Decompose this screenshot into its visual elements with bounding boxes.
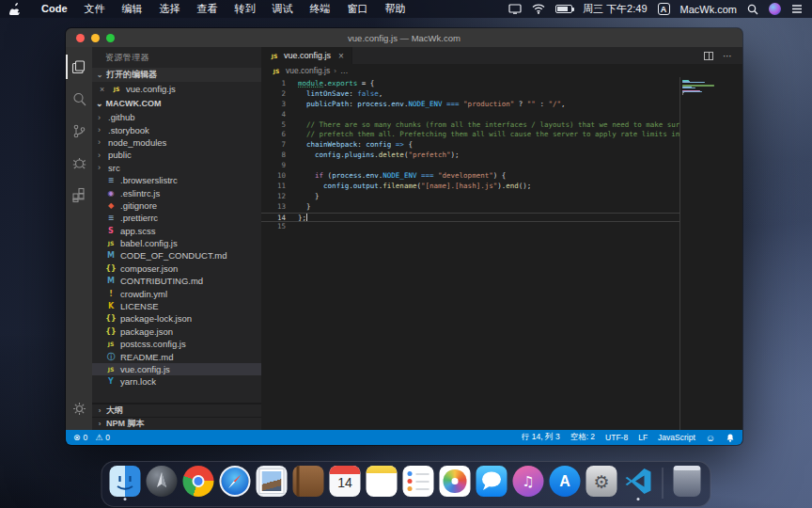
menu-item-5[interactable]: 转到 (226, 3, 264, 14)
spacer (417, 498, 420, 500)
tree-item--browserslistrc[interactable]: ≡.browserslistrc (92, 174, 261, 186)
dock-settings[interactable]: ⚙ (586, 466, 617, 500)
menu-item-4[interactable]: 查看 (189, 3, 226, 14)
status-item-3[interactable]: LF (638, 433, 648, 442)
dock-appstore[interactable]: A (550, 466, 581, 500)
breadcrumb-more[interactable]: … (340, 66, 349, 75)
tree-item--prettierrc[interactable]: ≡.prettierrc (92, 212, 261, 224)
project-root-section[interactable]: ⌄ MACWK.COM (92, 96, 261, 111)
spacer (344, 498, 347, 500)
tree-item-code-of-conduct-md[interactable]: MCODE_OF_CONDUCT.md (92, 249, 261, 262)
activity-extensions-icon[interactable] (66, 179, 92, 211)
window-title-bar[interactable]: vue.config.js — MacWk.com (66, 28, 742, 47)
menu-item-3[interactable]: 选择 (151, 3, 189, 14)
code-text: module.exports = { (286, 79, 374, 89)
dock-vscode[interactable] (623, 466, 654, 500)
activity-debug-icon[interactable] (66, 147, 92, 179)
tree-item--github[interactable]: ›.github (92, 111, 261, 123)
spotlight-search-icon[interactable] (747, 4, 758, 15)
status-item-4[interactable]: JavaScript (658, 433, 695, 442)
dock-launchpad[interactable] (147, 466, 178, 500)
activity-explorer-icon[interactable] (66, 51, 92, 83)
activity-source-control-icon[interactable] (66, 115, 92, 147)
tree-item--storybook[interactable]: ›.storybook (92, 123, 261, 135)
more-actions-icon[interactable]: ⋯ (723, 51, 733, 61)
tree-item--gitignore[interactable]: ◆.gitignore (92, 199, 261, 212)
code-line: 5 // There are so many chunks (from all … (261, 120, 679, 131)
minimap[interactable] (679, 77, 742, 430)
tree-item-yarn-lock[interactable]: Yyarn.lock (92, 375, 261, 388)
tree-item--eslintrc-js[interactable]: ◉.eslintrc.js (92, 186, 261, 198)
tree-item-package-lock-json[interactable]: {}package-lock.json (92, 312, 261, 325)
tree-item-src[interactable]: ›src (92, 162, 261, 174)
feedback-smiley-icon[interactable]: ☺ (706, 433, 715, 443)
status-item-0[interactable]: 行 14, 列 3 (522, 432, 560, 443)
tree-item-license[interactable]: KLICENSE (92, 300, 261, 312)
status-item-2[interactable]: UTF-8 (605, 433, 628, 442)
tree-item-contributing-md[interactable]: MCONTRIBUTING.md (92, 275, 261, 287)
spacer (527, 498, 530, 500)
dock-contacts[interactable] (293, 466, 324, 500)
dock-chrome[interactable] (183, 466, 214, 500)
settings-gear-icon[interactable] (66, 392, 92, 424)
split-editor-icon[interactable] (704, 52, 713, 60)
tree-item-label: CONTRIBUTING.md (120, 276, 203, 286)
input-source-icon[interactable]: A (658, 3, 670, 15)
dock-notes[interactable] (367, 466, 398, 500)
npm-scripts-section[interactable]: › NPM 脚本 (92, 417, 261, 430)
menu-item-6[interactable]: 调试 (264, 3, 302, 14)
open-editor-item[interactable]: × JS vue.config.js (92, 82, 261, 96)
breadcrumb[interactable]: JS vue.config.js › … (261, 64, 742, 77)
close-window-button[interactable] (76, 34, 85, 42)
dock-messages[interactable] (476, 466, 508, 500)
tree-item-crowdin-yml[interactable]: !crowdin.yml (92, 287, 261, 299)
tree-item-node-modules[interactable]: ›node_modules (92, 136, 261, 149)
notifications-bell-icon[interactable] (726, 433, 735, 443)
dock-safari[interactable] (220, 466, 251, 500)
activity-search-icon[interactable] (66, 83, 92, 115)
dock-mail[interactable] (257, 466, 288, 500)
tree-item-package-json[interactable]: {}package.json (92, 325, 261, 338)
dock-calendar[interactable]: 14 (330, 466, 361, 500)
menu-item-8[interactable]: 窗口 (339, 3, 377, 14)
menu-item-1[interactable]: 文件 (76, 3, 114, 14)
status-item-1[interactable]: 空格: 2 (570, 432, 595, 443)
status-errors[interactable]: ⊗0 (73, 433, 87, 442)
open-editors-section[interactable]: ⌄ 打开的编辑器 (92, 68, 261, 82)
close-tab-icon[interactable]: × (338, 51, 344, 61)
outline-section[interactable]: › 大纲 (92, 404, 261, 417)
display-icon[interactable] (508, 4, 522, 14)
dock-finder[interactable] (110, 466, 141, 500)
notification-center-icon[interactable] (791, 4, 803, 14)
menu-item-7[interactable]: 终端 (302, 3, 339, 14)
tree-item-label: README.md (120, 352, 173, 362)
dock-itunes[interactable]: ♫ (513, 466, 544, 500)
breadcrumb-file[interactable]: vue.config.js (286, 66, 330, 75)
battery-icon[interactable] (555, 5, 572, 13)
menu-item-app[interactable]: Code (33, 3, 76, 14)
menu-item-2[interactable]: 编辑 (114, 3, 151, 14)
menu-item-9[interactable]: 帮助 (377, 3, 414, 14)
tree-item-label: composer.json (120, 263, 178, 274)
tree-item-readme-md[interactable]: ⓘREADME.md (92, 350, 261, 362)
tree-item-public[interactable]: ›public (92, 149, 261, 161)
tree-item-babel-config-js[interactable]: JSbabel.config.js (92, 237, 261, 249)
dock-trash[interactable] (672, 466, 703, 500)
dock-photos[interactable] (440, 466, 471, 500)
minimize-window-button[interactable] (91, 34, 100, 42)
wifi-icon[interactable] (532, 4, 545, 14)
apple-menu-icon[interactable] (9, 3, 20, 15)
siri-icon[interactable] (769, 3, 781, 15)
tree-item-vue-config-js[interactable]: JSvue.config.js (92, 363, 261, 375)
tree-item-postcss-config-js[interactable]: JSpostcss.config.js (92, 338, 261, 350)
tree-item-app-scss[interactable]: Sapp.scss (92, 225, 261, 237)
code-editor[interactable]: 1module.exports = {2 lintOnSave: false,3… (261, 77, 742, 430)
menu-bar-brand[interactable]: MacWk.com (680, 4, 738, 15)
tab-vue-config-js[interactable]: JS vue.config.js × (261, 47, 352, 64)
dock-reminders[interactable] (403, 466, 434, 500)
zoom-window-button[interactable] (106, 34, 115, 42)
tree-item-composer-json[interactable]: {}composer.json (92, 262, 261, 275)
status-warnings[interactable]: ⚠0 (95, 433, 110, 442)
close-editor-icon[interactable]: × (100, 85, 107, 94)
menu-bar-clock[interactable]: 周三 下午2:49 (583, 2, 647, 16)
